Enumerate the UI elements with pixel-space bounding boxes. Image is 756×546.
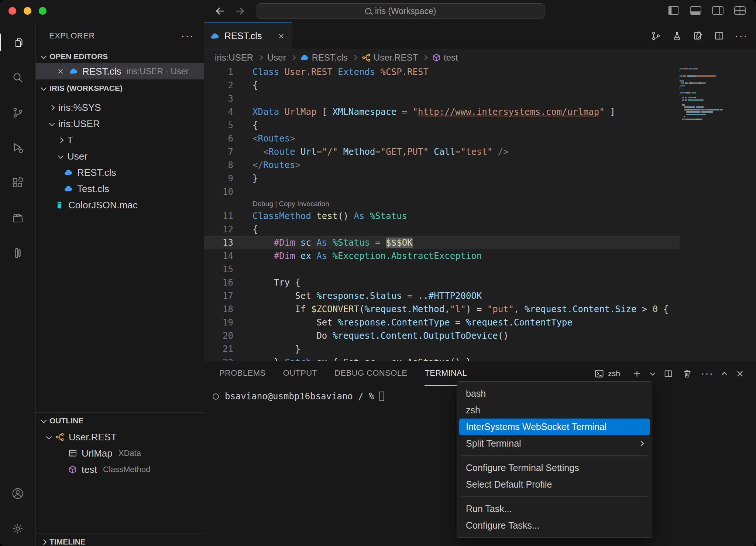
code-line-3[interactable]: 3 xyxy=(204,92,680,105)
code-editor[interactable]: 1Class User.REST Extends %CSP.REST2{34XD… xyxy=(204,65,680,361)
code-line-21[interactable]: 21 } xyxy=(204,342,680,356)
tree-item-iris-sys[interactable]: iris:%SYS xyxy=(36,99,204,116)
menu-item-select-default-profile[interactable]: Select Default Profile xyxy=(459,476,650,493)
outline-item-user-rest[interactable]: User.REST xyxy=(36,429,204,445)
code-line-5[interactable]: 5{ xyxy=(204,119,680,132)
activity-item-extensions[interactable] xyxy=(0,165,36,200)
menu-item-intersystems-websocket-terminal[interactable]: InterSystems WebSocket Terminal xyxy=(459,419,650,435)
new-terminal-button[interactable] xyxy=(632,369,642,379)
code-line-19[interactable]: 19 Set %response.ContentType = %request.… xyxy=(204,316,680,329)
code-line-9[interactable]: 9} xyxy=(204,172,680,185)
breadcrumb-item-rest-cls[interactable]: REST.cls xyxy=(300,52,348,63)
code-line-10[interactable]: 10 xyxy=(204,185,680,198)
minimap[interactable] xyxy=(680,68,742,361)
line-content: #Dim ex As %Exception.AbstractException xyxy=(233,249,482,263)
tree-item-iris-user[interactable]: iris:USER xyxy=(36,116,204,132)
menu-item-run-task[interactable]: Run Task... xyxy=(459,501,650,517)
breadcrumb-item-user[interactable]: User xyxy=(267,52,286,63)
tree-item-colorjson-mac[interactable]: ColorJSON.mac xyxy=(36,197,204,213)
line-content xyxy=(233,263,252,276)
outline-item-test[interactable]: testClassMethod xyxy=(36,461,204,478)
code-line-16[interactable]: 16 Try { xyxy=(204,276,680,289)
code-line-1[interactable]: 1Class User.REST Extends %CSP.REST xyxy=(204,65,680,79)
breadcrumb-item-user-rest[interactable]: User.REST xyxy=(362,52,418,63)
outline-item-urlmap[interactable]: UrlMapXData xyxy=(36,445,204,461)
section-header-open-editors[interactable]: OPEN EDITORS xyxy=(36,50,204,63)
menu-item-configure-terminal-settings[interactable]: Configure Terminal Settings xyxy=(459,460,650,476)
navigate-forward-button[interactable] xyxy=(234,5,246,17)
menu-item-bash[interactable]: bash xyxy=(459,385,650,402)
toggle-primary-sidebar-icon[interactable] xyxy=(667,6,680,15)
panel-tab-debug-console[interactable]: DEBUG CONSOLE xyxy=(334,361,407,386)
account-icon xyxy=(11,487,24,500)
section-header-timeline[interactable]: TIMELINE xyxy=(36,534,204,546)
close-icon[interactable] xyxy=(56,67,65,75)
open-editor-item-rest-cls[interactable]: REST.clsiris:USER · User xyxy=(36,63,204,79)
terminal-prompt-line[interactable]: bsaviano@usmbp16bsaviano / % xyxy=(213,391,384,402)
section-header-workspace[interactable]: IRIS (WORKSPACE) xyxy=(36,80,204,96)
split-editor-icon[interactable] xyxy=(714,30,725,41)
tab-rest-cls[interactable]: REST.cls xyxy=(204,22,292,50)
code-line-7[interactable]: 7 <Route Url="/" Method="GET,PUT" Call="… xyxy=(204,145,680,158)
tree-item-t[interactable]: T xyxy=(36,132,204,148)
code-line-20[interactable]: 20 Do %request.Content.OutputToDevice() xyxy=(204,329,680,342)
panel-more-actions-button[interactable]: ··· xyxy=(701,368,714,379)
activity-item-clapperboard[interactable] xyxy=(0,200,36,235)
close-window-button[interactable] xyxy=(8,7,16,15)
breadcrumb-item-test[interactable]: test xyxy=(432,52,458,63)
activity-item-run-debug[interactable] xyxy=(0,130,36,165)
section-header-outline[interactable]: OUTLINE xyxy=(36,413,204,429)
close-tab-icon[interactable] xyxy=(277,32,285,40)
editor-more-actions-icon[interactable]: ··· xyxy=(735,30,748,42)
activity-item-intersystems[interactable] xyxy=(0,235,36,270)
code-line-11[interactable]: 11ClassMethod test() As %Status xyxy=(204,209,680,223)
codelens-link[interactable]: Debug | Copy Invocation xyxy=(204,198,680,209)
code-line-14[interactable]: 14 #Dim ex As %Exception.AbstractExcepti… xyxy=(204,249,680,263)
chevron-right-icon xyxy=(41,539,47,545)
tree-item-rest-cls[interactable]: REST.cls xyxy=(36,164,204,181)
command-center-search[interactable]: iris (Workspace) xyxy=(257,3,544,19)
menu-item-zsh[interactable]: zsh xyxy=(459,402,650,419)
maximize-panel-button[interactable] xyxy=(722,372,727,377)
toggle-panel-icon[interactable] xyxy=(690,6,702,15)
panel-tab-output[interactable]: OUTPUT xyxy=(283,361,317,386)
code-line-4[interactable]: 4XData UrlMap [ XMLNamespace = "http://w… xyxy=(204,105,680,119)
toggle-secondary-sidebar-icon[interactable] xyxy=(712,6,724,15)
code-line-13[interactable]: 13 #Dim sc As %Status = $$$OK xyxy=(204,236,680,249)
menu-item-split-terminal[interactable]: Split Terminal xyxy=(459,435,650,452)
open-changes-icon[interactable] xyxy=(693,30,704,41)
code-line-6[interactable]: 6<Routes> xyxy=(204,132,680,145)
minimize-window-button[interactable] xyxy=(24,7,31,15)
launch-profile-indicator[interactable]: zsh xyxy=(594,369,620,379)
activity-item-source-control[interactable] xyxy=(0,95,36,130)
code-line-17[interactable]: 17 Set %response.Status = ..#HTTP200OK xyxy=(204,289,680,303)
customize-layout-icon[interactable] xyxy=(734,6,746,15)
breadcrumb-separator-icon xyxy=(258,55,263,60)
beaker-icon[interactable] xyxy=(671,30,683,41)
code-line-15[interactable]: 15 xyxy=(204,263,680,276)
source-control-graph-icon[interactable] xyxy=(650,30,662,41)
code-line-2[interactable]: 2{ xyxy=(204,79,680,92)
code-line-22[interactable]: 22 } Catch ex { Set sc = ex.AsStatus() } xyxy=(204,356,680,361)
activity-item-search[interactable] xyxy=(0,60,36,95)
activity-item-settings[interactable] xyxy=(0,511,36,546)
terminal-profile-dropdown-icon[interactable] xyxy=(650,371,655,376)
kill-terminal-button[interactable] xyxy=(682,369,692,379)
code-line-8[interactable]: 8</Routes> xyxy=(204,158,680,172)
breadcrumb-item-iris-user[interactable]: iris:USER xyxy=(215,52,253,63)
navigate-back-button[interactable] xyxy=(214,5,226,17)
split-terminal-button[interactable] xyxy=(663,369,673,379)
zoom-window-button[interactable] xyxy=(39,7,47,15)
titlebar: iris (Workspace) xyxy=(0,0,756,22)
explorer-more-actions-button[interactable]: ··· xyxy=(181,34,194,38)
tree-item-test-cls[interactable]: Test.cls xyxy=(36,181,204,197)
activity-item-explorer[interactable] xyxy=(0,25,36,60)
activity-item-account[interactable] xyxy=(0,476,36,511)
command-decoration-icon[interactable] xyxy=(213,393,219,400)
tree-item-user[interactable]: User xyxy=(36,148,204,164)
code-line-12[interactable]: 12{ xyxy=(204,223,680,236)
close-panel-button[interactable] xyxy=(735,369,745,379)
menu-item-configure-tasks[interactable]: Configure Tasks... xyxy=(459,517,650,534)
panel-tab-problems[interactable]: PROBLEMS xyxy=(219,361,265,386)
code-line-18[interactable]: 18 If $ZCONVERT(%request.Method,"l") = "… xyxy=(204,303,680,316)
